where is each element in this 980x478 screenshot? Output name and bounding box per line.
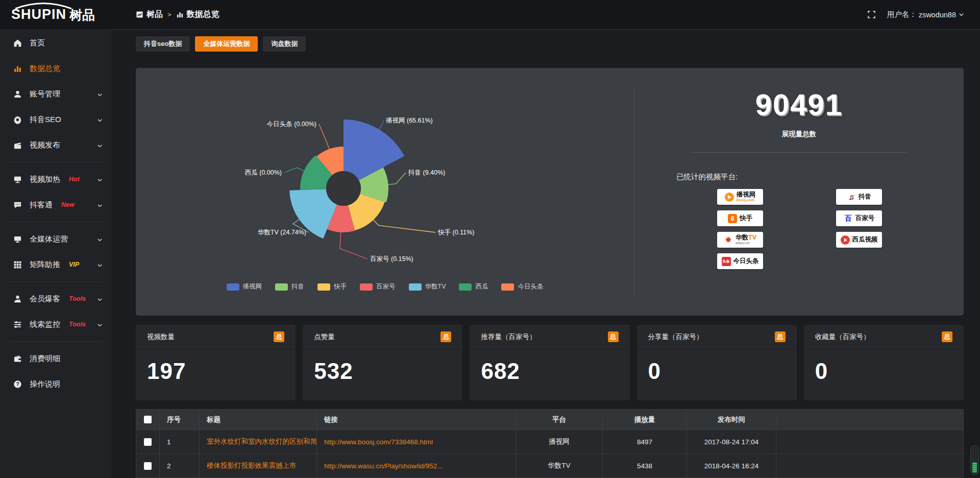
sidebar-item-home[interactable]: 首页 (0, 30, 111, 56)
total-badge: 总 (274, 331, 284, 342)
chevron-down-icon (96, 202, 103, 208)
legend-swatch (501, 283, 514, 291)
video-icon (13, 141, 22, 150)
cell-views: 8497 (603, 430, 687, 454)
sidebar-item-data-overview[interactable]: 数据总览 (0, 56, 111, 81)
sidebar-divider (9, 162, 102, 162)
sidebar-item-account-manage[interactable]: 账号管理 (0, 81, 111, 107)
cell-title[interactable]: 楼体投影灯投影效果震撼上市 (200, 454, 317, 478)
pie-chart-area: 播视网 (65.61%)抖音 (9.40%)快手 (0.11%)百家号 (0.1… (136, 68, 634, 316)
sidebar-item-douketong[interactable]: 抖客通New (0, 192, 111, 218)
wallet-icon (13, 354, 22, 363)
pie-label-line-5 (284, 168, 304, 173)
sidebar-divider (9, 341, 102, 342)
breadcrumb: 树品>数据总览 (136, 9, 219, 20)
sidebar-divider (9, 222, 102, 222)
sidebar-item-member-baoke[interactable]: 会员爆客Tools (0, 286, 111, 312)
trend-icon (136, 11, 143, 18)
col-title: 标题 (200, 410, 317, 430)
sidebar-item-help[interactable]: ?操作说明 (0, 371, 111, 397)
topbar: SHUPIN 树品 树品>数据总览 用户名：zswodun88 (0, 0, 980, 29)
col-no: 序号 (160, 410, 200, 430)
legend-label: 华数TV (425, 282, 446, 291)
platform-name: 抖音 (859, 194, 871, 200)
pie-label-2: 快手 (0.11%) (437, 229, 474, 236)
legend-label: 西瓜 (475, 282, 488, 291)
bars-icon (176, 11, 184, 18)
pie-slice-0[interactable] (344, 119, 404, 180)
breadcrumb-label: 数据总览 (187, 9, 219, 20)
legend-item-0[interactable]: 播视网 (227, 282, 262, 291)
platform-badge-baijiahao: 百百家号 (836, 210, 882, 226)
stat-card-value: 682 (470, 349, 629, 384)
cell-title[interactable]: 室外水纹灯和室内水纹灯的区别和简介 (200, 430, 317, 454)
legend-item-6[interactable]: 今日头条 (501, 282, 543, 291)
breadcrumb-item[interactable]: 树品 (136, 9, 163, 20)
platform-name: 播视网 (737, 192, 756, 198)
col-link: 链接 (317, 410, 516, 430)
legend-swatch (227, 283, 239, 291)
table-row: 2楼体投影灯投影效果震撼上市http://www.wasu.cn/Play/sh… (136, 454, 964, 478)
user-menu[interactable]: 用户名：zswodun88 (887, 10, 965, 19)
sidebar-item-media-ops[interactable]: 全媒体运营 (0, 226, 111, 252)
platforms-title: 已统计的视频平台: (676, 172, 964, 182)
cell-link[interactable]: http://www.boosj.com/7338468.html (317, 430, 516, 454)
legend-item-1[interactable]: 抖音 (275, 282, 304, 291)
sidebar-item-douyin-seo[interactable]: 抖音SEO (0, 107, 111, 132)
legend-swatch (459, 283, 472, 291)
legend-item-4[interactable]: 华数TV (409, 282, 446, 291)
pie-label-3: 百家号 (0.15%) (370, 255, 413, 262)
breadcrumb-item[interactable]: 数据总览 (176, 9, 219, 20)
stat-card-label: 收藏量（百家号） (815, 332, 870, 342)
sidebar-item-video-heat[interactable]: 视频加热Hot (0, 166, 111, 192)
scrollbar[interactable] (970, 445, 979, 475)
sidebar: 首页数据总览账号管理抖音SEO视频发布视频加热Hot抖客通New全媒体运营矩阵助… (0, 29, 111, 478)
wasu-logo-icon: ✸ (724, 235, 733, 245)
stat-card-label: 推荐量（百家号） (481, 332, 536, 342)
row-checkbox[interactable] (144, 462, 152, 470)
platform-column-1: 播视网boosj.com8快手✸华数TVwasu.cn头条今日头条 (717, 189, 763, 269)
platform-badge-kuaishou: 8快手 (717, 210, 763, 226)
sidebar-item-consume-detail[interactable]: 消费明细 (0, 346, 111, 371)
sidebar-item-matrix-boost[interactable]: 矩阵助推VIP (0, 252, 111, 277)
tab-1[interactable]: 全媒体运营数据 (195, 36, 258, 52)
table-header-row: 序号标题链接平台播放量发布时间 (136, 410, 964, 430)
select-all-checkbox[interactable] (144, 416, 152, 423)
chart-legend: 播视网抖音快手百家号华数TV西瓜今日头条 (136, 282, 634, 291)
scrollbar-thumb[interactable] (972, 462, 977, 472)
platforms-grid: 播视网boosj.com8快手✸华数TVwasu.cn头条今日头条♫抖音百百家号… (634, 189, 964, 281)
stat-card-header: 收藏量（百家号）总 (804, 325, 964, 349)
topbar-divider (111, 29, 980, 30)
svg-text:?: ? (16, 381, 19, 387)
legend-item-3[interactable]: 百家号 (360, 282, 396, 291)
legend-item-2[interactable]: 快手 (317, 282, 347, 291)
platform-column-2: ♫抖音百百家号西瓜视频 (836, 189, 882, 248)
fullscreen-icon[interactable] (867, 10, 876, 19)
tab-2[interactable]: 询盘数据 (263, 36, 306, 52)
sidebar-item-label: 数据总览 (30, 64, 60, 74)
legend-label: 抖音 (291, 282, 304, 291)
tab-0[interactable]: 抖音seo数据 (136, 36, 190, 52)
sidebar-item-video-publish[interactable]: 视频发布 (0, 132, 111, 158)
sliders-icon (13, 320, 22, 329)
cell-views: 5438 (603, 454, 687, 478)
stat-card-header: 点赞量总 (303, 325, 462, 349)
platform-name: 快手 (740, 215, 752, 222)
legend-swatch (409, 283, 422, 291)
stat-card-3: 分享量（百家号）总0 (637, 325, 797, 400)
cell-no: 1 (160, 430, 200, 454)
platform-badge-wasu: ✸华数TVwasu.cn (717, 232, 763, 248)
cell-time: 2017-08-24 17:04 (687, 430, 776, 454)
sidebar-item-badge: Hot (69, 176, 80, 183)
stat-card-label: 视频数量 (147, 332, 175, 342)
sidebar-item-clue-monitor[interactable]: 线索监控Tools (0, 312, 111, 337)
impressions-total: 90491 (634, 87, 964, 122)
legend-item-5[interactable]: 西瓜 (459, 282, 488, 291)
platform-badge-xigua: 西瓜视频 (836, 232, 882, 248)
video-table-wrap: 序号标题链接平台播放量发布时间 1室外水纹灯和室内水纹灯的区别和简介http:/… (136, 409, 964, 478)
row-checkbox[interactable] (144, 438, 152, 446)
kuaishou-logo-icon: 8 (728, 214, 737, 223)
sidebar-item-label: 矩阵助推 (30, 260, 60, 270)
legend-label: 百家号 (376, 282, 396, 291)
cell-link[interactable]: http://www.wasu.cn/Play/show/id/952... (317, 454, 516, 478)
